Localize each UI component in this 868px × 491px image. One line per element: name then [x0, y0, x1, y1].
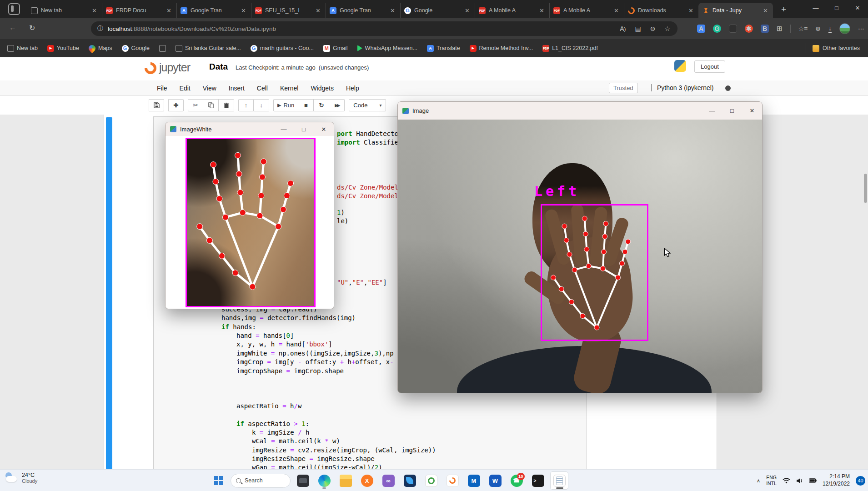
favorite-item-10[interactable]: ▶Remote Method Inv...	[470, 45, 533, 52]
refresh-icon[interactable]: ↻	[29, 24, 35, 32]
zoom-out-icon[interactable]: ⊖	[650, 25, 656, 32]
tab-close-icon[interactable]: ✕	[612, 7, 620, 14]
imagewhite-titlebar[interactable]: ImageWhite — □ ✕	[166, 122, 334, 136]
tab-list-icon[interactable]	[8, 3, 20, 15]
translate-extension-icon[interactable]: A	[697, 25, 705, 33]
favorite-star-icon[interactable]: ☆	[664, 25, 670, 32]
taskbar-app-notepad[interactable]	[550, 471, 568, 490]
taskbar-search[interactable]: Search	[231, 474, 291, 488]
stop-button[interactable]: ■	[298, 99, 314, 111]
close-icon[interactable]: ✕	[314, 122, 334, 136]
browser-tab-8[interactable]: Downloads✕	[624, 3, 698, 18]
favorite-item-3[interactable]: GGoogle	[122, 45, 150, 52]
immersive-reader-icon[interactable]: ▤	[635, 25, 641, 32]
imagewhite-window[interactable]: ImageWhite — □ ✕	[165, 122, 334, 309]
save-button[interactable]	[149, 99, 164, 111]
volume-icon[interactable]	[796, 478, 803, 484]
maximize-icon[interactable]: □	[722, 102, 742, 120]
favorite-item-1[interactable]: ▶YouTube	[47, 45, 79, 52]
extensions-puzzle-icon[interactable]: ⊞	[777, 25, 783, 33]
menu-view[interactable]: View	[203, 85, 216, 92]
grammarly-extension-icon[interactable]: G	[713, 25, 721, 33]
menu-file[interactable]: File	[157, 85, 167, 92]
taskbar-app-visual-studio[interactable]: ∞	[379, 471, 397, 490]
cell-type-select[interactable]: Code▾	[349, 99, 386, 111]
favorite-item-8[interactable]: WhatsApp Messen...	[357, 45, 417, 51]
taskbar-app-edge[interactable]	[315, 471, 333, 490]
minimize-icon[interactable]: —	[274, 122, 294, 136]
tab-close-icon[interactable]: ✕	[463, 7, 471, 14]
image-window[interactable]: Image — □ ✕ Left	[397, 101, 763, 393]
tab-close-icon[interactable]: ✕	[538, 7, 546, 14]
collections-icon[interactable]: ⊕	[815, 25, 821, 32]
taskbar-app-screen-app[interactable]	[294, 471, 312, 490]
battery-icon[interactable]	[809, 478, 817, 483]
add-cell-button[interactable]: ✚	[168, 99, 184, 111]
favorite-item-4[interactable]	[159, 45, 166, 52]
adblock-extension-icon[interactable]: ✱	[745, 25, 753, 33]
browser-close-button[interactable]: ✕	[847, 0, 868, 15]
browser-tab-6[interactable]: PDFA Mobile A✕	[475, 3, 549, 18]
image-titlebar[interactable]: Image — □ ✕	[398, 102, 762, 120]
restart-run-all-button[interactable]: ▶▶	[329, 99, 345, 111]
taskbar-app-terminal[interactable]: >_	[529, 471, 547, 490]
browser-tab-1[interactable]: PDFFRDP Docu✕	[102, 3, 176, 18]
tab-close-icon[interactable]: ✕	[762, 7, 769, 14]
taskbar-app-file-explorer[interactable]	[336, 471, 355, 490]
menu-insert[interactable]: Insert	[229, 85, 245, 92]
menu-kernel[interactable]: Kernel	[280, 85, 298, 92]
jupyter-logo[interactable]: jupyter	[145, 61, 190, 74]
taskbar-app-word[interactable]: W	[486, 471, 504, 490]
paste-cell-button[interactable]	[219, 99, 234, 111]
dark-extension-icon[interactable]	[729, 25, 737, 33]
tab-close-icon[interactable]: ✕	[240, 7, 247, 14]
favorite-item-9[interactable]: ATranslate	[427, 45, 460, 52]
tab-close-icon[interactable]: ✕	[687, 7, 695, 14]
taskbar-app-xampp[interactable]: X	[358, 471, 376, 490]
language-indicator[interactable]: ENGINTL	[766, 475, 777, 486]
browser-minimize-button[interactable]: —	[805, 0, 826, 15]
downloads-icon[interactable]: ↓	[828, 25, 832, 33]
favorite-item-6[interactable]: Gmarth guitars - Goo...	[251, 45, 314, 52]
taskbar-app-anaconda[interactable]	[422, 471, 440, 490]
browser-tab-7[interactable]: PDFA Mobile A✕	[549, 3, 624, 18]
menu-cell[interactable]: Cell	[257, 85, 268, 92]
browser-tab-2[interactable]: AGoogle Tran✕	[176, 3, 251, 18]
menu-widgets[interactable]: Widgets	[311, 85, 334, 92]
tab-close-icon[interactable]: ✕	[90, 7, 98, 14]
tab-close-icon[interactable]: ✕	[314, 7, 322, 14]
site-info-icon[interactable]: ⓘ	[97, 25, 103, 33]
browser-tab-0[interactable]: New tab✕	[27, 3, 102, 18]
favorite-item-0[interactable]: New tab	[7, 45, 38, 52]
profile-avatar[interactable]	[839, 23, 850, 34]
notebook-title[interactable]: Data	[209, 62, 228, 72]
taskbar-app-m-app[interactable]: M	[465, 471, 483, 490]
taskbar-app-whatsapp[interactable]: ☎10	[507, 471, 526, 490]
maximize-icon[interactable]: □	[294, 122, 314, 136]
read-aloud-icon[interactable]: A)	[620, 25, 626, 32]
new-tab-button[interactable]: +	[778, 5, 790, 15]
settings-more-icon[interactable]: ⋯	[858, 25, 864, 32]
favorites-bar-icon[interactable]: ☆≡	[798, 25, 808, 32]
move-cell-down-button[interactable]: ↓	[254, 99, 269, 111]
menu-help[interactable]: Help	[346, 85, 359, 92]
taskbar-weather-widget[interactable]: 24°CCloudy	[5, 472, 37, 484]
move-cell-up-button[interactable]: ↑	[238, 99, 254, 111]
clock-widget[interactable]: 2:14 PM12/19/2022	[823, 473, 850, 487]
minimize-icon[interactable]: —	[702, 102, 722, 120]
start-button[interactable]	[210, 472, 227, 489]
browser-tab-3[interactable]: PDFSEU_IS_15_I✕	[251, 3, 326, 18]
wifi-icon[interactable]	[783, 478, 790, 484]
other-favorites-button[interactable]: Other favorites	[806, 43, 868, 53]
taskbar-app-blue-wave-app[interactable]	[401, 471, 419, 490]
close-icon[interactable]: ✕	[742, 102, 762, 120]
browser-tab-9[interactable]: Data - Jupy✕	[698, 3, 773, 18]
taskbar-app-jupyter[interactable]	[443, 471, 462, 490]
hidden-icons-chevron[interactable]: ∧	[757, 478, 760, 484]
browser-maximize-button[interactable]: □	[826, 0, 847, 15]
favorite-item-11[interactable]: PDFL1_CIS 22022.pdf	[542, 45, 598, 52]
run-button[interactable]: ▶ Run	[273, 99, 298, 111]
notification-count-badge[interactable]: 40	[856, 476, 865, 486]
favorite-item-2[interactable]: Maps	[89, 45, 112, 52]
favorite-item-7[interactable]: MGmail	[323, 45, 348, 52]
